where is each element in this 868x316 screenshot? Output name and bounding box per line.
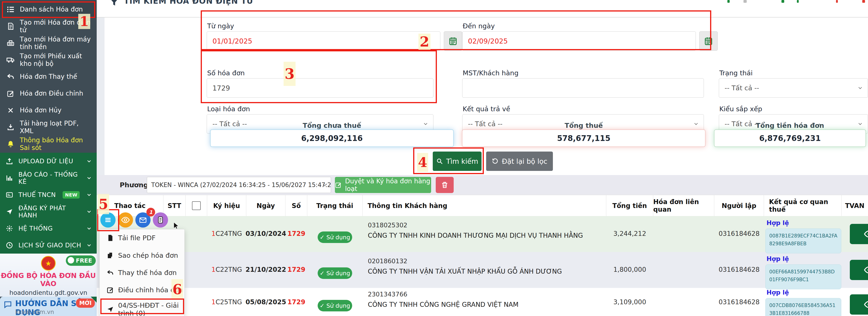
tong-thue-label: Tổng thuế — [462, 122, 706, 130]
tong-tien-hoa-don-value: 6,876,769,231 — [714, 130, 866, 147]
so-cell: 1729 — [285, 298, 307, 306]
mst-input[interactable] — [462, 78, 704, 98]
ky-hieu-cell: 1C24TNG — [207, 230, 246, 237]
sidebar-item-upload-du-lieu[interactable]: UPLOAD DỮ LIỆU — [0, 153, 97, 170]
menu-item-tai-file-pdf[interactable]: Tải file PDF — [100, 231, 184, 245]
sidebar-item-bao-cao-thong-ke[interactable]: BÁO CÁO - THỐNG KÊ — [0, 170, 97, 186]
so-hoa-don-label: Số hóa đơn — [207, 69, 245, 77]
clipped-link-fragment — [862, 0, 865, 3]
sync-invoice-card[interactable]: FREE ★ ĐỒNG BỘ HÓA ĐƠN ĐẦU VÀO hoadondie… — [0, 254, 97, 297]
trang-thai-value: -- Tất cả -- — [724, 84, 759, 92]
so-cell: 1729 — [285, 230, 307, 237]
page-title: TÌM KIẾM HÓA ĐƠN ĐIỆN TỬ — [124, 0, 253, 5]
col-hoa-don-lien-quan: Hóa đơn liên quan — [653, 195, 714, 216]
col-ky-hieu: Ký hiệu — [207, 195, 246, 216]
sidebar-top-section: Danh sách Hóa đơn Tạo mới Hóa đơn điện t… — [0, 0, 97, 153]
menu-item-dieu-chinh[interactable]: Điều chỉnh hóa đơn — [100, 283, 184, 297]
den-ngay-input[interactable]: 02/09/2025 — [462, 31, 696, 51]
hop-le-link[interactable]: Hợp lệ — [767, 219, 789, 226]
so-hoa-don-input[interactable]: 1729 — [207, 78, 433, 98]
tvan-view-button[interactable] — [850, 224, 868, 244]
sidebar-item-danh-sach-hoa-don[interactable]: Danh sách Hóa đơn — [0, 1, 97, 18]
sidebar-item-dang-ky-phat-hanh[interactable]: ĐĂNG KÝ PHÁT HÀNH — [0, 203, 97, 220]
chart-icon — [5, 174, 14, 182]
bulk-sign-button[interactable]: Duyệt và Ký hóa đơn hàng loạt — [335, 177, 431, 193]
row-context-menu: Tải file PDF Sao chép hóa đơn Thay thế h… — [99, 229, 185, 316]
sign-toolbar: Phương thức ký TOKEN - WINCA (27/02/2024… — [97, 175, 868, 195]
invoice-scroll-button[interactable] — [153, 212, 168, 228]
menu-item-label: Sao chép hóa đơn — [118, 252, 178, 259]
pdf-file-icon — [106, 234, 114, 241]
sidebar-item-lich-su-giao-dich[interactable]: LỊCH SỬ GIAO DỊCH — [0, 237, 97, 254]
tu-ngay-calendar-button[interactable] — [444, 31, 462, 51]
ngay-cell: 21/10/2022 — [246, 266, 285, 274]
vietnam-emblem-icon: ★ — [41, 256, 56, 270]
tu-ngay-label: Từ ngày — [207, 22, 234, 30]
sidebar-item-hoa-don-thay-the[interactable]: Hóa đơn Thay thế — [0, 68, 97, 85]
trang-thai-select[interactable]: -- Tất cả -- — [719, 78, 868, 98]
reply-icon — [6, 73, 15, 81]
edit-square-icon — [106, 286, 114, 294]
hop-le-link[interactable]: Hợp lệ — [767, 289, 789, 296]
ky-hieu-cell: 1C22TNG — [207, 266, 246, 274]
download-icon — [6, 123, 15, 131]
nguoi-lap-cell: 0316184628 — [714, 298, 764, 306]
ky-hieu-cell: 1C25TNG — [207, 298, 246, 306]
clipped-link-fragment — [836, 0, 838, 3]
tax-authority-code: 00EF66A81599744753B8D01FF9076F9BC1 — [765, 264, 841, 289]
ky-hieu-prefix: 1 — [212, 266, 216, 274]
clipped-link-fragment — [797, 0, 799, 3]
clipped-link-fragment — [743, 0, 747, 3]
delete-button[interactable] — [436, 177, 454, 193]
hop-le-link[interactable]: Hợp lệ — [767, 255, 789, 262]
trang-thai-label: Trạng thái — [719, 69, 753, 77]
sign-method-select[interactable]: TOKEN - WINCA (27/02/2024 16:34:25 - 15/… — [147, 177, 331, 193]
reset-filters-button[interactable]: Đặt lại bộ lọc — [486, 151, 553, 171]
sidebar-item-tao-moi-may-tinh-tien[interactable]: Tạo mới Hóa đơn máy tính tiền — [0, 34, 97, 51]
ngay-cell: 05/08/2025 — [246, 298, 285, 306]
menu-item-sao-chep[interactable]: Sao chép hóa đơn — [100, 249, 184, 262]
tvan-view-button[interactable] — [850, 260, 868, 280]
tax-authority-code: 0087B1E289ECF74C1BA2FA8298E9A8FBEB — [765, 228, 841, 253]
sidebar-item-label: Hóa đơn Hủy — [20, 107, 61, 114]
sidebar-item-thong-bao-sai-sot[interactable]: Thông báo Hóa đơn Sai sót — [0, 136, 97, 152]
paper-plane-icon — [106, 306, 114, 313]
tu-ngay-input[interactable]: 01/01/2025 — [207, 31, 440, 51]
den-ngay-value: 02/09/2025 — [468, 37, 508, 45]
paper-plane-icon — [5, 208, 14, 216]
sidebar-item-tao-moi-hddt[interactable]: Tạo mới Hóa đơn điện tử — [0, 18, 97, 34]
sync-card-domain: hoadondientu.gdt.gov.vn — [0, 289, 97, 296]
user-guide-card[interactable]: HƯỚNG DẪN SỬ DỤNG MỚI kkvat.com.vn — [0, 297, 97, 316]
col-trang-thai: Trạng thái — [307, 195, 363, 216]
cash-register-icon — [6, 39, 15, 47]
tong-tien-hoa-don-label: Tổng tiền hóa đơn — [714, 122, 866, 130]
col-stt: STT — [163, 195, 186, 216]
bell-icon — [6, 140, 15, 148]
sidebar: Danh sách Hóa đơn Tạo mới Hóa đơn điện t… — [0, 0, 97, 316]
select-all-checkbox[interactable] — [192, 201, 201, 210]
search-button[interactable]: Tìm kiếm — [433, 151, 482, 171]
sidebar-item-phieu-xuat-kho[interactable]: Tạo mới Phiếu xuất kho nội bộ — [0, 51, 97, 68]
clipped-link-fragment — [727, 0, 730, 3]
sidebar-item-thue-tncn[interactable]: THUẾ TNCN NEW — [0, 186, 97, 203]
view-invoice-button[interactable] — [118, 212, 133, 228]
new-badge: NEW — [63, 191, 80, 199]
ky-hieu-value: C24TNG — [215, 230, 242, 237]
sidebar-item-label: Tạo mới Hóa đơn máy tính tiền — [20, 35, 93, 51]
row-actions-menu-button[interactable] — [100, 212, 116, 228]
menu-item-04ss-giai-trinh[interactable]: 04/SS-HĐĐT - Giải trình (0) — [100, 303, 184, 316]
sidebar-item-tai-hang-loat[interactable]: Tải hàng loạt PDF, XML — [0, 119, 97, 136]
menu-item-thay-the[interactable]: Thay thế hóa đơn — [100, 266, 184, 279]
ky-hieu-value: C22TNG — [215, 266, 242, 274]
mouse-cursor — [172, 222, 180, 229]
sidebar-item-hoa-don-huy[interactable]: Hóa đơn Hủy — [0, 102, 97, 119]
customer-name: CÔNG TY TNHH CÔNG NGHỆ GRAND VIỆT NAM — [368, 301, 519, 308]
sidebar-item-hoa-don-dieu-chinh[interactable]: Hóa đơn Điều chỉnh — [0, 85, 97, 102]
nguoi-lap-cell: 0316184628 — [714, 230, 764, 237]
sidebar-item-label: UPLOAD DỮ LIỆU — [19, 157, 73, 165]
tvan-view-button[interactable] — [850, 294, 868, 315]
sidebar-item-label: THUẾ TNCN — [19, 191, 56, 198]
free-toggle[interactable]: FREE — [66, 255, 96, 266]
den-ngay-calendar-button[interactable] — [699, 31, 718, 51]
sidebar-item-he-thong[interactable]: HỆ THỐNG — [0, 220, 97, 237]
